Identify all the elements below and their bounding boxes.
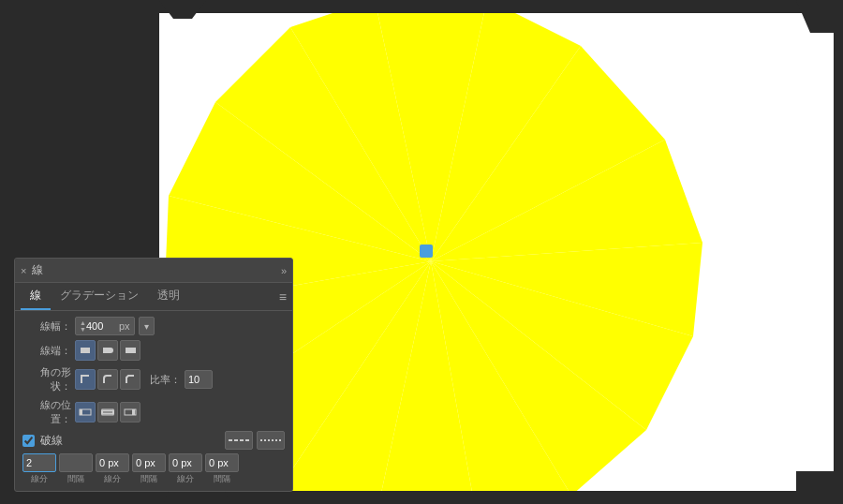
- dash-checkbox-row: 破線: [22, 431, 285, 450]
- tab-gradient[interactable]: グラデーション: [51, 283, 148, 310]
- svg-rect-17: [103, 348, 111, 353]
- frame-bottom: [0, 491, 843, 504]
- dash-pattern-btn-1[interactable]: [225, 431, 253, 450]
- svg-rect-16: [81, 348, 90, 353]
- spinner-down[interactable]: ▼: [80, 326, 86, 333]
- corner-decoration-br: [796, 471, 843, 504]
- cap-btn-square[interactable]: [120, 340, 140, 361]
- width-row: 線幅： ▲ ▼ px ▾: [22, 317, 285, 335]
- ratio-input[interactable]: [185, 370, 213, 389]
- px-group-4: 間隔: [132, 453, 166, 485]
- gap-1-input[interactable]: [59, 453, 93, 472]
- svg-rect-18: [126, 348, 136, 353]
- width-input[interactable]: [86, 320, 119, 332]
- position-btn-outside[interactable]: [120, 402, 140, 422]
- cap-label: 線端：: [22, 344, 71, 358]
- px-inputs-row: 線分 間隔 線分 間隔 線分 間隔: [22, 453, 285, 485]
- px-group-2: 間隔: [59, 453, 93, 485]
- corner-btn-bevel[interactable]: [120, 369, 140, 390]
- gap-1-label: 間隔: [67, 473, 84, 485]
- cap-btn-group: [75, 340, 140, 361]
- gap-2-input[interactable]: [132, 453, 166, 472]
- width-spinner-arrows[interactable]: ▲ ▼: [80, 319, 86, 333]
- gap-2-label: 間隔: [140, 473, 157, 485]
- panel-titlebar-left: × 線: [21, 262, 43, 278]
- dash-3-input[interactable]: [169, 453, 202, 472]
- tab-transparency[interactable]: 透明: [148, 283, 189, 310]
- dash-length-input[interactable]: [22, 453, 56, 472]
- corner-btn-group: [75, 369, 140, 390]
- svg-rect-20: [80, 409, 82, 415]
- dash-2-input[interactable]: [96, 453, 129, 472]
- width-input-group[interactable]: ▲ ▼ px: [75, 317, 135, 335]
- width-label: 線幅：: [22, 319, 71, 334]
- px-group-5: 線分: [169, 453, 202, 485]
- dash-2-label: 線分: [104, 473, 121, 485]
- stroke-panel: × 線 » 線 グラデーション 透明 ≡ 線幅： ▲ ▼ px ▾ 線: [14, 258, 293, 492]
- corner-btn-miter[interactable]: [75, 369, 96, 390]
- position-btn-center[interactable]: [97, 402, 118, 422]
- panel-title: 線: [32, 262, 43, 278]
- ratio-label: 比率：: [150, 373, 181, 387]
- position-btn-group: [75, 402, 140, 422]
- cap-row: 線端：: [22, 340, 285, 361]
- cap-btn-butt[interactable]: [75, 340, 96, 361]
- frame-top: [0, 0, 843, 13]
- center-control-point[interactable]: [420, 245, 433, 258]
- dash-checkbox[interactable]: [22, 435, 35, 447]
- width-unit: px: [119, 320, 130, 332]
- dash-length-label: 線分: [31, 473, 48, 485]
- width-dropdown[interactable]: ▾: [139, 317, 155, 335]
- cap-btn-round[interactable]: [97, 340, 118, 361]
- px-group-6: 間隔: [205, 453, 239, 485]
- gap-3-label: 間隔: [214, 473, 230, 485]
- panel-close-button[interactable]: ×: [21, 265, 26, 276]
- panel-content: 線幅： ▲ ▼ px ▾ 線端：: [15, 311, 292, 491]
- svg-rect-24: [132, 409, 135, 415]
- corner-label: 角の形状：: [22, 365, 71, 393]
- px-group-1: 線分: [22, 453, 56, 485]
- spinner-up[interactable]: ▲: [80, 319, 86, 326]
- position-row: 線の位置：: [22, 398, 285, 426]
- panel-titlebar: × 線 »: [15, 259, 292, 283]
- corner-row: 角の形状： 比率：: [22, 365, 285, 393]
- position-btn-inside[interactable]: [75, 402, 96, 422]
- dash-pattern-buttons: [225, 431, 285, 450]
- corner-btn-round[interactable]: [97, 369, 118, 390]
- panel-collapse-button[interactable]: »: [281, 265, 287, 276]
- position-label: 線の位置：: [22, 398, 71, 426]
- tab-stroke[interactable]: 線: [21, 283, 51, 310]
- panel-menu-icon[interactable]: ≡: [279, 289, 287, 304]
- panel-tabs: 線 グラデーション 透明 ≡: [15, 283, 292, 311]
- dash-label: 破線: [40, 433, 63, 449]
- px-group-3: 線分: [96, 453, 129, 485]
- gap-3-input[interactable]: [205, 453, 239, 472]
- dash-pattern-btn-2[interactable]: [257, 431, 285, 450]
- dash-3-label: 線分: [177, 473, 194, 485]
- svg-rect-22: [102, 411, 113, 414]
